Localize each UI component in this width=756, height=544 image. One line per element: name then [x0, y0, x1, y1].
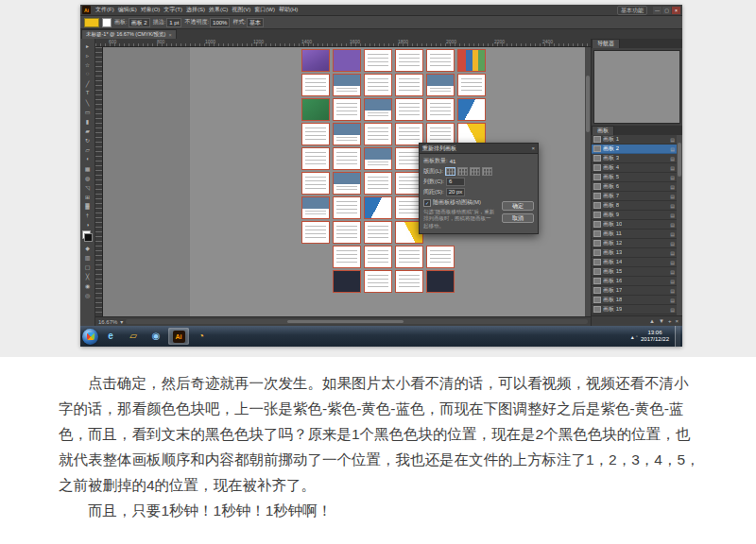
fill-color-chip[interactable] [84, 18, 99, 27]
tab-artboards[interactable]: 画板 [592, 126, 614, 135]
pencil-tool-icon[interactable]: ▰ [82, 126, 93, 135]
menu-item[interactable]: 视图(V) [230, 6, 252, 14]
artboard-list-item[interactable]: 画板 10▤ [592, 220, 682, 230]
canvas[interactable]: 重新排列画板 × 画板数量: 41 版面(L): [95, 47, 591, 316]
artboard-page-icon[interactable]: ▤ [670, 137, 675, 143]
artboard-page-icon[interactable]: ▤ [670, 156, 675, 162]
width-tool-icon[interactable]: ◖ [82, 154, 93, 163]
artboard-list-item[interactable]: 画板 9▤ [592, 211, 682, 220]
menu-item[interactable]: 选择(S) [184, 6, 207, 14]
chrome-icon[interactable]: ◔ [191, 328, 212, 345]
eyedropper-tool-icon[interactable]: † [82, 211, 93, 220]
artboard-thumb[interactable] [333, 49, 361, 72]
rectangle-tool-icon[interactable]: ▭ [82, 107, 93, 116]
artboard-page-icon[interactable]: ▤ [670, 298, 675, 303]
artboard-thumb[interactable] [364, 270, 392, 293]
artboard-thumb[interactable] [301, 221, 330, 244]
artboard-page-icon[interactable]: ▤ [670, 241, 675, 246]
perspective-grid-tool-icon[interactable]: ◹ [82, 182, 93, 192]
menu-item[interactable]: 窗口(W) [252, 6, 277, 14]
artboard-thumb[interactable] [364, 196, 392, 219]
artboard-page-icon[interactable]: ▤ [670, 250, 675, 256]
artboard-thumb[interactable] [395, 49, 423, 72]
artboard-thumb[interactable] [457, 74, 486, 96]
menu-item[interactable]: 效果(C) [207, 6, 230, 14]
paintbrush-tool-icon[interactable]: ▮ [82, 116, 93, 126]
layout-arrange-by-column-icon[interactable] [482, 167, 492, 176]
artboard-page-icon[interactable]: ▤ [670, 231, 675, 237]
artboard-thumb[interactable] [301, 147, 330, 170]
move-down-icon[interactable]: ▼ [659, 318, 664, 324]
artboard-page-icon[interactable]: ▤ [670, 212, 675, 218]
ok-button[interactable]: 确定 [502, 201, 534, 211]
artboard-list-item[interactable]: 画板 17▤ [592, 286, 682, 296]
layout-grid-by-column-icon[interactable] [457, 167, 468, 176]
line-segment-tool-icon[interactable]: ╲ [82, 97, 93, 107]
artboard-thumb[interactable] [333, 196, 361, 219]
layout-grid-by-row-icon[interactable] [445, 167, 455, 176]
artboard-thumb[interactable] [301, 123, 330, 145]
internet-explorer-icon[interactable]: e [100, 328, 121, 345]
artboard-thumb[interactable] [333, 74, 361, 96]
artboard-thumb[interactable] [301, 74, 330, 96]
pen-tool-icon[interactable]: ╱ [82, 78, 93, 88]
control-field-value[interactable]: 100% [210, 18, 230, 27]
horizontal-scrollbar[interactable] [126, 319, 588, 324]
artboard-page-icon[interactable]: ▤ [670, 307, 675, 313]
artboard-thumb[interactable] [426, 74, 455, 96]
scrollbar-thumb[interactable] [678, 143, 681, 177]
artboard-thumb[interactable] [364, 246, 392, 268]
blend-tool-icon[interactable]: ◑ [82, 220, 93, 230]
menu-item[interactable]: 帮助(H) [277, 6, 300, 14]
artboard-page-icon[interactable]: ▤ [670, 146, 675, 152]
rotate-tool-icon[interactable]: ↻ [82, 135, 93, 144]
artboard-list-item[interactable]: 画板 19▤ [592, 305, 682, 314]
delete-artboard-icon[interactable]: × [675, 318, 679, 324]
cancel-button[interactable]: 取消 [502, 213, 534, 223]
control-field-value[interactable]: 基本 [247, 18, 264, 27]
artboard-list-item[interactable]: 画板 14▤ [592, 258, 682, 267]
move-artwork-checkbox[interactable]: ✓ [423, 199, 431, 207]
selection-tool-icon[interactable]: ▸ [82, 41, 93, 50]
new-artboard-icon[interactable]: + [668, 318, 672, 324]
slice-tool-icon[interactable]: ╳ [82, 271, 93, 280]
artboard-thumb[interactable] [333, 98, 361, 121]
artboard-thumb[interactable] [364, 147, 392, 170]
menu-item[interactable]: 对象(O) [139, 6, 163, 14]
vertical-scrollbar[interactable] [585, 47, 591, 316]
fill-stroke-selector[interactable] [82, 230, 93, 242]
artboard-thumb[interactable] [364, 123, 392, 145]
artboard-list-item[interactable]: 画板 18▤ [592, 296, 682, 305]
artboard-thumb[interactable] [426, 98, 455, 121]
artboard-list-item[interactable]: 画板 15▤ [592, 267, 682, 277]
artboard-thumb[interactable] [301, 172, 330, 195]
artboard-thumb[interactable] [333, 123, 361, 145]
menu-item[interactable]: 文字(T) [162, 6, 184, 14]
close-button[interactable]: × [672, 7, 680, 14]
artboard-thumb[interactable] [333, 246, 361, 268]
artboard-thumb[interactable] [364, 98, 392, 121]
direct-selection-tool-icon[interactable]: ▹ [82, 50, 93, 60]
columns-input[interactable]: 6 [446, 178, 465, 186]
artboard-thumb[interactable] [426, 246, 455, 268]
artboard-page-icon[interactable]: ▤ [670, 279, 675, 284]
artboard-thumb[interactable] [426, 270, 455, 293]
minimize-button[interactable]: — [653, 7, 662, 14]
artboard-list-item[interactable]: 画板 1▤ [592, 135, 682, 144]
artboard-thumb[interactable] [457, 49, 486, 72]
start-button[interactable] [82, 329, 98, 345]
artboard-thumb[interactable] [301, 98, 330, 121]
shape-builder-tool-icon[interactable]: ◍ [82, 173, 93, 182]
artboard-page-icon[interactable]: ▤ [670, 269, 675, 275]
artboard-page-icon[interactable]: ▤ [670, 260, 675, 265]
dialog-titlebar[interactable]: 重新排列画板 × [420, 144, 538, 154]
layout-arrange-by-row-icon[interactable] [470, 167, 480, 176]
windows-explorer-icon[interactable]: ▱ [123, 328, 144, 345]
artboard-thumb[interactable] [333, 172, 361, 195]
artboard-thumb[interactable] [395, 98, 423, 121]
gradient-tool-icon[interactable]: ▓ [82, 201, 93, 211]
artboard-page-icon[interactable]: ▤ [670, 222, 675, 228]
panel-scrollbar[interactable] [677, 135, 682, 315]
magic-wand-tool-icon[interactable]: ☆ [82, 60, 93, 69]
artboard-thumb[interactable] [364, 172, 392, 195]
